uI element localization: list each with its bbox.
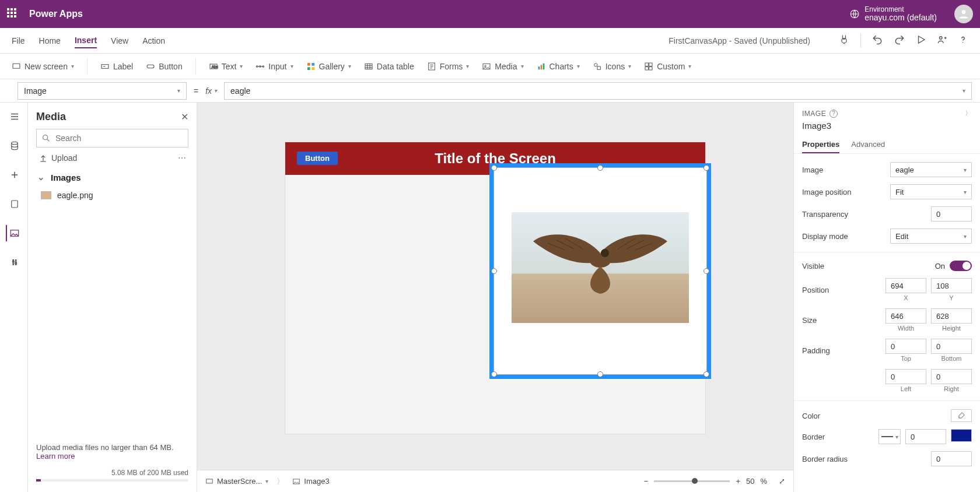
prop-image-label: Image bbox=[802, 166, 823, 174]
resize-handle[interactable] bbox=[704, 371, 709, 377]
resize-handle[interactable] bbox=[597, 165, 603, 171]
resize-handle[interactable] bbox=[704, 268, 709, 274]
resize-handle[interactable] bbox=[704, 165, 709, 171]
fit-screen-icon[interactable]: ⤢ bbox=[779, 477, 785, 486]
position-y-input[interactable]: 108 bbox=[931, 278, 972, 293]
width-input[interactable]: 646 bbox=[886, 308, 926, 324]
svg-rect-6 bbox=[13, 64, 20, 68]
prop-display-mode-select[interactable]: Edit▾ bbox=[890, 229, 972, 244]
formula-expand-icon[interactable]: ▾ bbox=[963, 87, 965, 94]
resize-handle[interactable] bbox=[491, 268, 497, 274]
color-picker[interactable] bbox=[951, 409, 972, 422]
tab-properties[interactable]: Properties bbox=[802, 136, 839, 153]
custom-dropdown[interactable]: Custom▾ bbox=[644, 62, 691, 71]
border-width-input[interactable]: 0 bbox=[905, 429, 946, 444]
position-x-input[interactable]: 694 bbox=[886, 278, 926, 293]
redo-icon[interactable] bbox=[894, 34, 905, 47]
app-launcher-icon[interactable] bbox=[7, 8, 19, 20]
screen-icon bbox=[12, 62, 21, 71]
height-input[interactable]: 628 bbox=[931, 308, 972, 324]
close-icon[interactable]: ✕ bbox=[181, 111, 188, 122]
help-icon[interactable]: ? bbox=[830, 110, 838, 118]
selected-image-control[interactable] bbox=[489, 163, 711, 379]
prop-color-label: Color bbox=[802, 412, 820, 420]
text-dropdown[interactable]: Abc Text▾ bbox=[209, 62, 243, 71]
search-input[interactable] bbox=[55, 133, 183, 143]
app-name: Power Apps bbox=[29, 9, 83, 19]
media-item[interactable]: eagle.png bbox=[36, 186, 188, 205]
environment-selector[interactable]: Environment enayu.com (default) bbox=[849, 6, 937, 23]
help-icon[interactable] bbox=[958, 34, 968, 47]
zoom-in-button[interactable]: + bbox=[736, 477, 740, 486]
tree-view-icon[interactable] bbox=[6, 108, 22, 125]
menu-action[interactable]: Action bbox=[142, 34, 165, 48]
svg-rect-27 bbox=[645, 63, 648, 66]
fx-icon[interactable]: fx▾ bbox=[205, 86, 217, 96]
share-icon[interactable] bbox=[937, 34, 947, 47]
upload-button[interactable]: Upload bbox=[38, 153, 77, 163]
resize-handle[interactable] bbox=[491, 165, 497, 171]
screen-preview[interactable]: Button Title of the Screen bbox=[285, 142, 705, 434]
padding-top-input[interactable]: 0 bbox=[886, 339, 926, 354]
breadcrumb-screen[interactable]: MasterScre... ▾ bbox=[205, 477, 268, 486]
label-button[interactable]: Label bbox=[100, 62, 133, 71]
svg-point-25 bbox=[594, 63, 597, 66]
media-rail-icon[interactable] bbox=[6, 225, 22, 241]
label-icon bbox=[100, 62, 110, 71]
chevron-down-icon[interactable]: ⌄ bbox=[37, 172, 45, 182]
storage-usage: 5.08 MB of 200 MB used bbox=[36, 469, 188, 477]
svg-point-38 bbox=[601, 249, 609, 257]
gallery-dropdown[interactable]: Gallery▾ bbox=[306, 62, 351, 71]
more-icon[interactable]: ⋯ bbox=[178, 153, 186, 163]
padding-bottom-input[interactable]: 0 bbox=[931, 339, 972, 354]
data-icon[interactable] bbox=[6, 138, 22, 154]
formula-input[interactable]: eagle ▾ bbox=[224, 82, 972, 100]
resize-handle[interactable] bbox=[597, 371, 603, 377]
upload-note: Upload media files no larger than 64 MB. bbox=[36, 443, 188, 452]
menu-insert[interactable]: Insert bbox=[75, 33, 97, 48]
media-search[interactable] bbox=[36, 129, 188, 147]
visible-toggle[interactable] bbox=[950, 261, 972, 271]
border-style-select[interactable]: ▾ bbox=[878, 429, 901, 444]
breadcrumb-image[interactable]: Image3 bbox=[292, 477, 329, 486]
app-checker-icon[interactable] bbox=[838, 34, 850, 47]
chevron-right-icon[interactable]: 〉 bbox=[965, 108, 972, 118]
input-dropdown[interactable]: Input▾ bbox=[256, 62, 293, 71]
svg-text:Abc: Abc bbox=[211, 64, 218, 68]
settings-rail-icon[interactable] bbox=[6, 254, 22, 270]
zoom-out-button[interactable]: − bbox=[644, 477, 649, 486]
prop-image-select[interactable]: eagle▾ bbox=[890, 162, 972, 177]
resize-handle[interactable] bbox=[491, 371, 497, 377]
data-table-button[interactable]: Data table bbox=[364, 62, 414, 71]
chart-icon bbox=[537, 62, 546, 71]
padding-left-input[interactable]: 0 bbox=[886, 369, 926, 384]
prop-transparency-input[interactable]: 0 bbox=[931, 206, 972, 222]
svg-point-35 bbox=[15, 262, 16, 264]
add-icon[interactable] bbox=[6, 167, 22, 183]
button-control[interactable]: Button bbox=[146, 62, 182, 71]
menu-view[interactable]: View bbox=[111, 34, 128, 48]
icons-dropdown[interactable]: Icons▾ bbox=[593, 62, 631, 71]
env-label: Environment bbox=[864, 6, 937, 13]
property-selector[interactable]: Image ▾ bbox=[18, 82, 187, 100]
eagle-image bbox=[530, 221, 670, 297]
database-icon[interactable] bbox=[6, 196, 22, 212]
svg-rect-16 bbox=[307, 67, 310, 70]
learn-more-link[interactable]: Learn more bbox=[36, 452, 75, 461]
zoom-slider[interactable] bbox=[654, 480, 730, 482]
prop-image-position-select[interactable]: Fit▾ bbox=[890, 184, 972, 199]
user-avatar[interactable] bbox=[954, 5, 973, 23]
padding-right-input[interactable]: 0 bbox=[931, 369, 972, 384]
border-radius-input[interactable]: 0 bbox=[931, 451, 972, 466]
preview-icon[interactable] bbox=[916, 34, 926, 47]
undo-icon[interactable] bbox=[872, 34, 883, 47]
forms-dropdown[interactable]: Forms▾ bbox=[427, 62, 470, 71]
canvas-button[interactable]: Button bbox=[297, 152, 338, 165]
tab-advanced[interactable]: Advanced bbox=[851, 136, 885, 153]
menu-home[interactable]: Home bbox=[39, 34, 61, 48]
border-color-picker[interactable] bbox=[951, 429, 972, 442]
media-dropdown[interactable]: Media▾ bbox=[482, 62, 523, 71]
menu-file[interactable]: File bbox=[12, 34, 25, 48]
charts-dropdown[interactable]: Charts▾ bbox=[537, 62, 580, 71]
new-screen-button[interactable]: New screen▾ bbox=[12, 62, 74, 71]
